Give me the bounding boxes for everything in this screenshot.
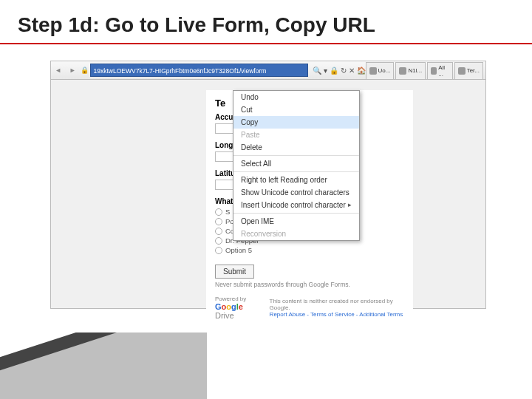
slide-title: Step 1d: Go to Live Form, Copy URL [0, 0, 532, 44]
search-icon[interactable]: 🔍 [313, 66, 321, 75]
home-icon[interactable]: 🏠 [357, 66, 366, 75]
menu-separator [233, 213, 359, 214]
tab-label: N1l... [408, 67, 422, 74]
favicon-icon [431, 67, 437, 75]
menu-item-copy[interactable]: Copy [233, 116, 359, 129]
tab-2[interactable]: N1l... [395, 62, 426, 79]
footer-links[interactable]: Report Abuse - Terms of Service - Additi… [270, 311, 404, 318]
form-footer: Powered by Google Drive This content is … [215, 296, 404, 320]
separator-icon: ▾ [324, 66, 327, 75]
favicon-icon [399, 67, 406, 75]
google-drive-logo: Google Drive [215, 302, 243, 320]
tab-1[interactable]: Uo... [366, 62, 395, 79]
browser-content: Te Accu Long Latitu What S Pop Coke Dr. … [50, 80, 486, 309]
refresh-icon[interactable]: ↻ [341, 66, 347, 75]
menu-item-cut[interactable]: Cut [233, 103, 359, 116]
tab-label: All ... [438, 64, 449, 78]
tab-3[interactable]: All ... [427, 62, 453, 79]
favicon-icon [458, 67, 466, 75]
option-label: S [225, 208, 230, 216]
tab-label: Uo... [378, 67, 391, 74]
submit-button[interactable]: Submit [215, 265, 254, 279]
menu-item-delete[interactable]: Delete [233, 141, 359, 154]
google-form: Te Accu Long Latitu What S Pop Coke Dr. … [206, 90, 413, 327]
footer-right: This content is neither created nor endo… [270, 298, 404, 318]
menu-item-insert-unicode-control-character[interactable]: Insert Unicode control character [233, 199, 359, 211]
menu-item-reconversion: Reconversion [233, 228, 359, 240]
browser-window: ◄ ► 🔒 19xktwLOEWV7k7L7-HIGprhFbtm0e6nfJc… [50, 61, 486, 312]
menu-separator [233, 171, 359, 172]
menu-item-show-unicode-control-characters[interactable]: Show Unicode control characters [233, 186, 359, 199]
forward-icon[interactable]: ► [66, 64, 78, 76]
menu-item-select-all[interactable]: Select All [233, 157, 359, 170]
toolbar-icons: 🔍 ▾ 🔒 ↻ ✕ 🏠 [313, 66, 366, 75]
padlock-icon: 🔒 [330, 66, 338, 75]
back-icon[interactable]: ◄ [52, 64, 64, 76]
menu-item-undo[interactable]: Undo [233, 91, 359, 103]
radio-option[interactable]: Option 5 [215, 246, 404, 254]
favicon-icon [369, 67, 377, 75]
option-label: Option 5 [225, 246, 252, 254]
menu-item-right-to-left-reading-order[interactable]: Right to left Reading order [233, 174, 359, 186]
powered-by: Powered by [215, 296, 261, 302]
stop-icon[interactable]: ✕ [349, 66, 355, 75]
form-note: Never submit passwords through Google Fo… [215, 281, 404, 288]
tab-label: Ter... [467, 67, 480, 74]
browser-tabs: Uo... N1l... All ... Ter... [366, 62, 485, 79]
slide-decoration [0, 332, 207, 399]
lock-icon: 🔒 [80, 66, 90, 74]
radio-icon [215, 218, 222, 225]
menu-separator [233, 155, 359, 156]
footer-notice: This content is neither created nor endo… [270, 298, 404, 311]
menu-item-open-ime[interactable]: Open IME [233, 215, 359, 228]
radio-icon [215, 247, 222, 254]
menu-item-paste: Paste [233, 129, 359, 141]
radio-icon [215, 208, 222, 216]
browser-toolbar: ◄ ► 🔒 19xktwLOEWV7k7L7-HIGprhFbtm0e6nfJc… [50, 61, 486, 80]
radio-icon [215, 237, 222, 245]
tab-4[interactable]: Ter... [454, 62, 483, 79]
radio-icon [215, 228, 222, 235]
context-menu: UndoCutCopyPasteDeleteSelect AllRight to… [233, 90, 360, 241]
address-bar[interactable]: 19xktwLOEWV7k7L7-HIGprhFbtm0e6nfJc9T328O… [90, 64, 308, 77]
